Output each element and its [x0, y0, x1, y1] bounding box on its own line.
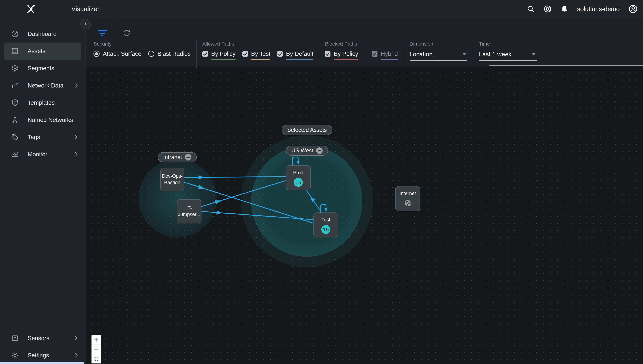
sensors-icon — [11, 334, 19, 342]
filter-section-blocked-paths: Blocked Paths By PolicyHybrid — [319, 41, 403, 68]
topbar-actions: solutions-demo — [526, 4, 638, 14]
zoom-in-button[interactable]: + — [92, 335, 101, 344]
app-logo-icon — [25, 3, 37, 15]
zoom-controls: + − — [92, 335, 101, 364]
checkbox-label: By Test — [251, 50, 271, 57]
path-color-underline — [334, 59, 358, 60]
filter-sections: Security Attack SurfaceBlast Radius Allo… — [94, 41, 542, 68]
group-label-text: Selected Assets — [287, 127, 327, 133]
filter-icon[interactable] — [98, 30, 107, 36]
graph-node-it-jumpserver[interactable]: IT-Jumpser... — [177, 199, 202, 224]
sidebar-item-label: Named Networks — [28, 116, 73, 123]
graph-node-test[interactable]: Test15 — [313, 212, 338, 237]
group-label-us-west[interactable]: US West — [286, 146, 328, 156]
checkbox-by-policy[interactable]: By Policy — [325, 50, 358, 59]
help-icon[interactable] — [543, 5, 552, 13]
group-label-text: US West — [291, 148, 313, 154]
notifications-icon[interactable] — [560, 5, 568, 13]
radio-attack-surface[interactable]: Attack Surface — [94, 50, 141, 59]
sidebar-item-label: Segments — [28, 65, 54, 72]
filter-section-dimension: Dimension Location — [404, 41, 473, 60]
radio-label: Blast Radius — [158, 50, 191, 57]
checkbox-label: By Policy — [334, 50, 358, 57]
checkbox-icon[interactable] — [277, 51, 283, 57]
sidebar-collapse-button[interactable] — [80, 19, 91, 30]
divider — [52, 5, 52, 13]
sidebar-nav-bottom: SensorsSettings — [0, 330, 86, 364]
path-color-underline — [251, 59, 271, 60]
sidebar-item-sensors[interactable]: Sensors — [0, 330, 86, 347]
account-avatar-icon[interactable] — [628, 4, 638, 14]
time-value: Last 1 week — [479, 51, 511, 58]
chevron-right-icon — [73, 134, 79, 140]
collapse-group-icon[interactable] — [185, 154, 191, 160]
divider — [365, 49, 365, 68]
account-name[interactable]: solutions-demo — [577, 6, 620, 12]
dimension-select[interactable]: Location — [410, 51, 467, 60]
network-data-icon — [11, 82, 19, 90]
checkbox-by-test[interactable]: By Test — [242, 50, 271, 59]
chevron-right-icon — [73, 151, 79, 158]
sidebar-item-named-networks[interactable]: Named Networks — [0, 111, 86, 128]
filter-section-allowed-paths: Allowed Paths By PolicyBy TestBy Default — [197, 41, 319, 60]
graph-node-prod[interactable]: Prod15 — [286, 165, 311, 190]
checkbox-icon[interactable] — [372, 51, 377, 57]
collapse-group-icon[interactable] — [316, 148, 323, 154]
checkbox-icon[interactable] — [242, 51, 248, 57]
checkbox-label: By Default — [286, 50, 313, 57]
radio-blast-radius[interactable]: Blast Radius — [148, 50, 191, 59]
group-label-selected-assets[interactable]: Selected Assets — [282, 125, 332, 135]
time-select[interactable]: Last 1 week — [479, 51, 537, 60]
node-label: Test — [321, 217, 330, 223]
sidebar-item-assets[interactable]: Assets — [4, 42, 82, 60]
section-label: Security — [94, 41, 191, 47]
graph-node-dev-ops-bastion[interactable]: Dev-Ops-Bastion — [160, 168, 184, 191]
sidebar-item-label: Assets — [28, 48, 45, 54]
radio-icon[interactable] — [94, 51, 100, 57]
chevron-down-icon — [532, 53, 536, 56]
path-color-underline — [381, 59, 398, 60]
checkbox-icon[interactable] — [202, 51, 208, 57]
sidebar-item-tags[interactable]: Tags — [0, 128, 86, 146]
checkbox-hybrid[interactable]: Hybrid — [372, 50, 398, 59]
sidebar-item-label: Dashboard — [28, 30, 57, 37]
path-color-underline — [211, 59, 236, 60]
filter-toolbar — [98, 24, 131, 42]
checkbox-by-default[interactable]: By Default — [277, 50, 313, 59]
asset-count-badge: 15 — [321, 225, 330, 234]
sidebar-item-segments[interactable]: Segments — [0, 60, 86, 77]
radio-icon[interactable] — [148, 51, 154, 57]
filter-bar-scrollbar[interactable] — [489, 65, 643, 66]
node-label: IT-Jumpser... — [178, 205, 200, 218]
checkbox-icon[interactable] — [325, 51, 330, 57]
section-label: Allowed Paths — [202, 41, 313, 47]
named-networks-icon — [11, 116, 19, 124]
checkbox-label: Hybrid — [381, 50, 398, 57]
refresh-icon[interactable] — [122, 29, 131, 38]
chevron-right-icon — [73, 82, 79, 88]
filter-bar: Security Attack SurfaceBlast Radius Allo… — [86, 18, 643, 66]
sidebar: DashboardAssetsSegmentsNetwork DataTempl… — [0, 18, 86, 364]
assets-icon — [11, 47, 19, 55]
asset-count-badge: 15 — [294, 178, 303, 187]
filter-section-security: Security Attack SurfaceBlast Radius — [94, 41, 197, 59]
sidebar-nav: DashboardAssetsSegmentsNetwork DataTempl… — [0, 25, 86, 163]
sidebar-item-dashboard[interactable]: Dashboard — [0, 25, 86, 42]
group-label-intranet[interactable]: Intranet — [158, 152, 197, 162]
tags-icon — [11, 133, 19, 141]
sidebar-item-label: Tags — [28, 134, 40, 140]
sidebar-item-monitor[interactable]: Monitor — [0, 146, 86, 163]
gauge-icon — [11, 30, 19, 38]
chevron-down-icon — [462, 53, 466, 56]
sidebar-item-templates[interactable]: Templates — [0, 94, 86, 111]
checkbox-by-policy[interactable]: By Policy — [202, 50, 236, 59]
graph-node-internet[interactable]: Internet — [395, 186, 420, 211]
search-icon[interactable] — [526, 5, 535, 13]
sidebar-item-settings[interactable]: Settings — [0, 347, 86, 364]
zoom-out-button[interactable]: − — [92, 344, 101, 354]
checkbox-label: By Policy — [211, 50, 236, 57]
node-label: Internet — [400, 190, 416, 197]
fit-to-screen-button[interactable] — [92, 354, 101, 364]
visualizer-canvas[interactable] — [86, 66, 643, 364]
sidebar-item-network-data[interactable]: Network Data — [0, 77, 86, 94]
